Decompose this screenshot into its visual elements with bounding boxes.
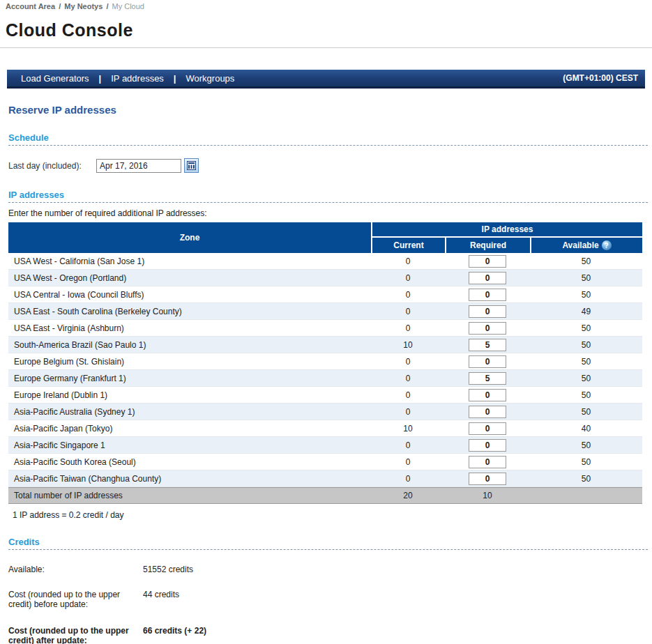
nav-item-ip-addresses[interactable]: IP addresses [111, 73, 164, 84]
required-cell [445, 286, 530, 303]
ip-addresses-heading-label: IP addresses [8, 190, 64, 200]
required-cell [445, 353, 530, 370]
zone-cell: Europe Ireland (Dublin 1) [8, 387, 371, 404]
table-row: USA West - California (San Jose 1) 0 50 [8, 253, 642, 270]
breadcrumb: Account Area / My Neotys / My Cloud [0, 0, 652, 10]
current-cell: 0 [371, 353, 445, 370]
required-input[interactable] [469, 422, 506, 435]
zone-cell: Asia-Pacific Japan (Tokyo) [8, 420, 371, 437]
required-input[interactable] [469, 439, 506, 452]
credits-available-row: Available: 51552 credits [8, 565, 652, 574]
required-input[interactable] [469, 456, 506, 468]
current-cell: 0 [371, 286, 445, 303]
required-input[interactable] [469, 372, 506, 385]
required-cell [445, 454, 530, 470]
required-input[interactable] [469, 389, 506, 401]
available-cell: 50 [530, 337, 642, 353]
required-input[interactable] [469, 473, 506, 485]
current-cell: 0 [371, 387, 445, 404]
current-cell: 0 [371, 370, 445, 387]
credits-heading-label: Credits [8, 537, 40, 547]
breadcrumb-my-neotys[interactable]: My Neotys [64, 2, 103, 10]
help-icon[interactable]: ? [602, 240, 612, 250]
available-cell: 40 [530, 420, 642, 437]
table-row: Europe Germany (Frankfurt 1) 0 50 [8, 370, 642, 387]
nav-item-load-generators[interactable]: Load Generators [21, 73, 89, 84]
last-day-input[interactable] [96, 159, 181, 173]
table-row: Asia-Pacific Singapore 1 0 50 [8, 437, 642, 454]
zone-column-header: Zone [8, 222, 371, 253]
calendar-icon [187, 161, 196, 170]
required-input[interactable] [469, 289, 506, 301]
total-current: 20 [371, 487, 445, 504]
nav-separator: | [99, 73, 102, 84]
required-cell [445, 320, 530, 337]
table-row: Europe Belgium (St. Ghislain) 0 50 [8, 353, 642, 370]
required-cell [445, 420, 530, 437]
required-input[interactable] [469, 406, 506, 418]
ip-addresses-section-heading: IP addresses [8, 190, 648, 203]
available-cell: 50 [530, 404, 642, 420]
last-day-label: Last day (included): [8, 161, 96, 171]
last-day-row: Last day (included): [8, 158, 652, 173]
required-input[interactable] [469, 322, 506, 335]
cost-after-value: 66 credits (+ 22) [143, 626, 206, 644]
reserve-ip-heading: Reserve IP addresses [8, 104, 652, 116]
credits-cost-before-row: Cost (rounded up to the upper credit) be… [8, 590, 652, 609]
total-label: Total number of IP addresses [8, 487, 371, 504]
zone-cell: Asia-Pacific Singapore 1 [8, 437, 371, 454]
zone-cell: USA West - Oregon (Portland) [8, 270, 371, 286]
available-cell: 50 [530, 387, 642, 404]
current-cell: 0 [371, 470, 445, 487]
available-cell: 50 [530, 470, 642, 487]
required-input[interactable] [469, 255, 506, 268]
page-title: Cloud Console [0, 10, 652, 40]
zone-cell: USA Central - Iowa (Council Bluffs) [8, 286, 371, 303]
title-divider [0, 47, 652, 48]
breadcrumb-account-area[interactable]: Account Area [6, 2, 55, 10]
ip-addresses-group-header: IP addresses [371, 222, 642, 238]
navbar-items: Load Generators | IP addresses | Workgro… [7, 73, 234, 84]
table-row: USA Central - Iowa (Council Bluffs) 0 50 [8, 286, 642, 303]
required-input[interactable] [469, 305, 506, 318]
credits-cost-after-row: Cost (rounded up to the upper credit) af… [8, 626, 652, 644]
breadcrumb-separator: / [57, 2, 62, 10]
total-row: Total number of IP addresses 20 10 [8, 487, 642, 504]
current-cell: 0 [371, 253, 445, 270]
cost-before-value: 44 credits [143, 590, 179, 609]
required-cell [445, 404, 530, 420]
zone-cell: USA East - South Carolina (Berkeley Coun… [8, 303, 371, 320]
available-cell: 50 [530, 437, 642, 454]
available-cell: 50 [530, 353, 642, 370]
required-input[interactable] [469, 355, 506, 368]
breadcrumb-separator: / [105, 2, 109, 10]
available-cell: 49 [530, 303, 642, 320]
zone-cell: USA East - Virginia (Ashburn) [8, 320, 371, 337]
nav-item-workgroups[interactable]: Workgroups [186, 73, 235, 84]
credits-available-value: 51552 credits [143, 565, 193, 574]
available-cell: 50 [530, 270, 642, 286]
available-header-label: Available [562, 240, 598, 250]
current-cell: 10 [371, 337, 445, 353]
zone-cell: Asia-Pacific Taiwan (Changhua County) [8, 470, 371, 487]
ip-addresses-table: Zone IP addresses Current Required Avail… [8, 222, 642, 504]
cloud-console-page: Account Area / My Neotys / My Cloud Clou… [0, 0, 652, 644]
table-row: Asia-Pacific Australia (Sydney 1) 0 50 [8, 404, 642, 420]
zone-cell: South-America Brazil (Sao Paulo 1) [8, 337, 371, 353]
zone-cell: Europe Germany (Frankfurt 1) [8, 370, 371, 387]
table-row: Asia-Pacific Japan (Tokyo) 10 40 [8, 420, 642, 437]
zone-cell: Asia-Pacific South Korea (Seoul) [8, 454, 371, 470]
table-row: South-America Brazil (Sao Paulo 1) 10 50 [8, 337, 642, 353]
required-cell [445, 253, 530, 270]
zone-cell: USA West - California (San Jose 1) [8, 253, 371, 270]
calendar-button[interactable] [184, 158, 199, 173]
available-cell: 50 [530, 454, 642, 470]
required-cell [445, 387, 530, 404]
credit-rate-note: 1 IP address = 0.2 credit / day [13, 510, 652, 520]
required-input[interactable] [469, 339, 506, 351]
credits-section-heading: Credits [8, 537, 648, 550]
current-cell: 0 [371, 454, 445, 470]
required-cell [445, 303, 530, 320]
required-input[interactable] [469, 272, 506, 284]
current-cell: 0 [371, 303, 445, 320]
